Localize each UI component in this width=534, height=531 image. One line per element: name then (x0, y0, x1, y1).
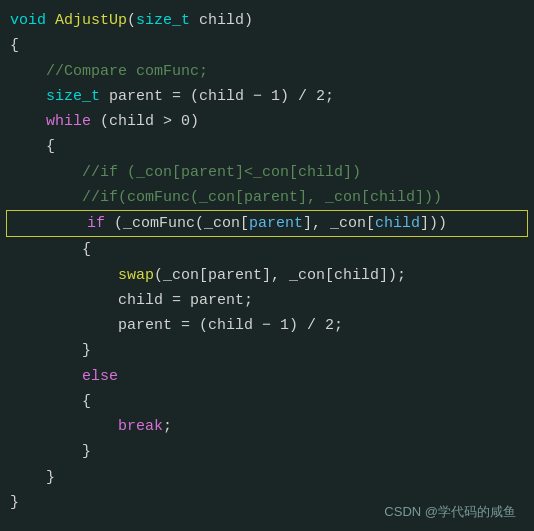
token: (_con[parent], _con[child]); (154, 264, 406, 287)
code-line: //Compare comFunc; (0, 59, 534, 84)
token: size_t (136, 9, 190, 32)
token: child = parent; (118, 289, 253, 312)
token (10, 186, 82, 209)
token: //if (_con[parent]<_con[child]) (82, 161, 361, 184)
token: ], _con[ (303, 212, 375, 235)
code-line: child = parent; (0, 288, 534, 313)
token: parent (249, 212, 303, 235)
token: (_comFunc(_con[ (105, 212, 249, 235)
code-line: parent = (child − 1) / 2; (0, 313, 534, 338)
watermark: CSDN @学代码的咸鱼 (384, 503, 516, 521)
code-line: break; (0, 414, 534, 439)
token: child) (190, 9, 253, 32)
token: swap (118, 264, 154, 287)
code-line: { (0, 237, 534, 262)
token: void (10, 9, 55, 32)
code-line: else (0, 364, 534, 389)
token: //Compare comFunc; (46, 60, 208, 83)
code-line: swap(_con[parent], _con[child]); (0, 263, 534, 288)
code-line: } (0, 439, 534, 464)
token: } (10, 440, 91, 463)
token (10, 60, 46, 83)
token: } (10, 491, 19, 514)
token: child (375, 212, 420, 235)
code-line: if (_comFunc(_con[parent], _con[child])) (6, 210, 528, 237)
token: //if(comFunc(_con[parent], _con[child])) (82, 186, 442, 209)
token: { (10, 135, 55, 158)
code-line: size_t parent = (child − 1) / 2; (0, 84, 534, 109)
token: { (10, 390, 91, 413)
code-line: void AdjustUp(size_t child) (0, 8, 534, 33)
token: break (118, 415, 163, 438)
token (15, 212, 87, 235)
code-line: while (child > 0) (0, 109, 534, 134)
token: ( (127, 9, 136, 32)
code-line: { (0, 33, 534, 58)
token: while (46, 110, 91, 133)
token: ; (163, 415, 172, 438)
code-line: { (0, 389, 534, 414)
code-line: //if(comFunc(_con[parent], _con[child])) (0, 185, 534, 210)
token: ])) (420, 212, 447, 235)
token (10, 289, 118, 312)
token: else (82, 365, 118, 388)
token: (child > 0) (91, 110, 199, 133)
token: } (10, 339, 91, 362)
code-line: //if (_con[parent]<_con[child]) (0, 160, 534, 185)
token (10, 110, 46, 133)
token (10, 85, 46, 108)
code-line: } (0, 338, 534, 363)
token: parent = (child − 1) / 2; (100, 85, 334, 108)
token: { (10, 238, 91, 261)
code-editor: void AdjustUp(size_t child){ //Compare c… (0, 0, 534, 531)
code-content: void AdjustUp(size_t child){ //Compare c… (0, 8, 534, 515)
token (10, 314, 118, 337)
token (10, 264, 118, 287)
code-line: } (0, 465, 534, 490)
token (10, 415, 118, 438)
token: size_t (46, 85, 100, 108)
token: AdjustUp (55, 9, 127, 32)
token: } (10, 466, 55, 489)
token: parent = (child − 1) / 2; (118, 314, 343, 337)
token (10, 365, 82, 388)
token: if (87, 212, 105, 235)
token (10, 161, 82, 184)
token: { (10, 34, 19, 57)
code-line: { (0, 134, 534, 159)
